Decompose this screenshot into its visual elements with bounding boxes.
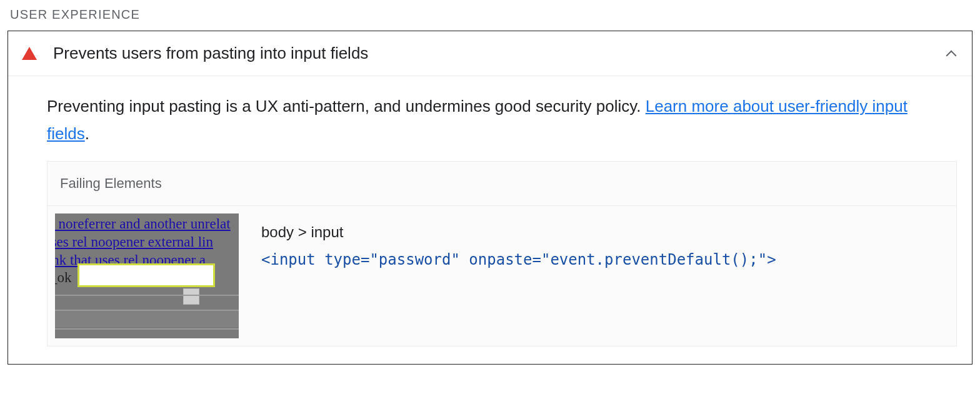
audit-title: Prevents users from pasting into input f… [53, 44, 946, 63]
element-selector-path: body > input [261, 223, 949, 241]
failing-element-detail: body > input <input type="password" onpa… [239, 213, 949, 268]
broken-image-icon [183, 288, 199, 305]
thumbnail-bar [55, 311, 239, 327]
failing-element-row: _noreferrer and another unrelat t uses r… [48, 206, 956, 346]
thumbnail-highlighted-input [78, 263, 215, 287]
audit-card: Prevents users from pasting into input f… [8, 31, 972, 365]
audit-header[interactable]: Prevents users from pasting into input f… [8, 31, 972, 76]
thumbnail-divider [55, 295, 239, 296]
thumbnail-divider [55, 328, 239, 330]
thumbnail-text-line: _noreferrer and another unrelat [55, 216, 231, 232]
warning-triangle-icon [22, 47, 37, 60]
failing-elements-container: Failing Elements _noreferrer and another… [47, 161, 957, 346]
section-title: USER EXPERIENCE [8, 7, 972, 22]
chevron-up-icon[interactable] [946, 47, 958, 60]
audit-body: Preventing input pasting is a UX anti-pa… [8, 76, 972, 364]
audit-description-text: Preventing input pasting is a UX anti-pa… [47, 97, 646, 115]
audit-description: Preventing input pasting is a UX anti-pa… [47, 92, 972, 147]
failing-elements-header: Failing Elements [48, 162, 956, 206]
element-code-snippet: <input type="password" onpaste="event.pr… [261, 251, 949, 268]
audit-description-period: . [85, 124, 89, 143]
element-thumbnail: _noreferrer and another unrelat t uses r… [55, 213, 239, 338]
thumbnail-text-line: t uses rel noopener external lin [55, 234, 213, 250]
thumbnail-text-line: _ok [55, 270, 72, 286]
